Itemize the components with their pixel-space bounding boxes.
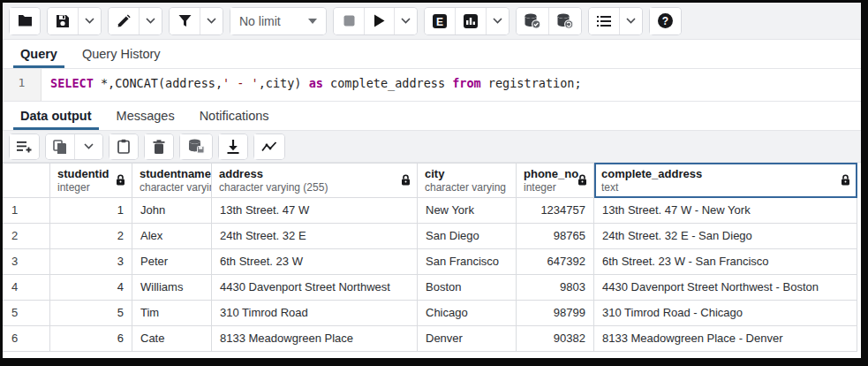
cell-studentid[interactable]: 3	[50, 249, 132, 275]
download-button[interactable]	[219, 134, 247, 159]
pgadmin-query-tool-window: No limit E	[0, 0, 868, 366]
cell-city[interactable]: San Diego	[418, 224, 517, 249]
select-all-corner[interactable]	[3, 163, 50, 198]
cell-address[interactable]: 6th Street. 23 W	[212, 249, 418, 275]
column-header-address[interactable]: address character varying (255)	[212, 163, 418, 198]
column-header-studentid[interactable]: studentid integer	[50, 163, 132, 198]
cell-phone-no[interactable]: 98765	[517, 224, 594, 249]
cell-phone-no[interactable]: 98799	[517, 301, 594, 326]
execute-play-icon	[374, 14, 385, 27]
sql-keyword: SELECT	[50, 76, 94, 90]
cell-complete-address[interactable]: 13th Street. 47 W - New York	[594, 198, 857, 224]
save-icon	[56, 14, 70, 28]
cell-phone-no[interactable]: 90382	[517, 326, 594, 352]
row-number-cell[interactable]: 5	[3, 301, 50, 326]
row-limit-select[interactable]: No limit	[230, 8, 326, 34]
cell-studentid[interactable]: 5	[50, 301, 132, 326]
lock-icon	[401, 174, 411, 186]
cell-complete-address[interactable]: 310 Timrod Road - Chicago	[594, 301, 857, 326]
sql-keyword: from	[452, 76, 481, 90]
edit-dropdown-button[interactable]	[139, 8, 162, 34]
cell-studentid[interactable]: 2	[50, 224, 132, 249]
copy-dropdown-button[interactable]	[74, 134, 102, 159]
cell-studentid[interactable]: 6	[50, 326, 132, 352]
column-header-city[interactable]: city character varying	[418, 163, 517, 198]
tab-query-history-label: Query History	[82, 47, 161, 61]
cancel-query-button[interactable]	[334, 8, 364, 34]
column-header-phone-no[interactable]: phone_no integer	[517, 163, 594, 198]
explain-button[interactable]: E	[425, 8, 455, 34]
add-row-button[interactable]	[10, 134, 39, 159]
lock-icon	[841, 174, 850, 186]
cell-studentname[interactable]: Williams	[132, 275, 212, 301]
cell-city[interactable]: San Francisco	[418, 249, 517, 275]
sql-code-line[interactable]: SELECT *,CONCAT(address,' - ',city) as c…	[42, 69, 582, 101]
column-header-studentname[interactable]: studentname character varying	[132, 163, 212, 198]
rollback-button[interactable]	[548, 8, 581, 34]
help-button[interactable]: ?	[650, 8, 681, 34]
svg-text:E: E	[436, 15, 443, 27]
row-number-cell[interactable]: 4	[3, 275, 50, 301]
tab-messages[interactable]: Messages	[104, 102, 187, 130]
cell-studentid[interactable]: 4	[50, 275, 132, 301]
row-number-cell[interactable]: 1	[3, 198, 50, 224]
cell-phone-no[interactable]: 9803	[517, 275, 594, 301]
delete-button[interactable]	[145, 134, 173, 159]
cell-city[interactable]: New York	[418, 198, 517, 224]
cell-studentname[interactable]: Peter	[132, 249, 212, 275]
edit-button[interactable]	[109, 8, 139, 34]
cell-studentname[interactable]: Alex	[132, 224, 212, 249]
cell-complete-address[interactable]: 6th Street. 23 W - San Francisco	[594, 249, 857, 275]
copy-button[interactable]	[46, 134, 74, 159]
cell-studentname[interactable]: John	[132, 198, 212, 224]
cell-address[interactable]: 4430 Davenport Street Northwest	[212, 275, 418, 301]
tab-query-history[interactable]: Query History	[70, 40, 173, 68]
column-header-complete-address[interactable]: complete_address text	[594, 163, 857, 198]
explain-analyze-button[interactable]	[455, 8, 486, 34]
cell-address[interactable]: 13th Street. 47 W	[212, 198, 418, 224]
macros-button[interactable]	[589, 8, 619, 34]
tab-data-output[interactable]: Data output	[8, 102, 104, 130]
save-button[interactable]	[48, 8, 78, 34]
filter-dropdown-button[interactable]	[200, 8, 223, 34]
cell-phone-no[interactable]: 1234757	[517, 198, 594, 224]
edit-pencil-icon	[117, 14, 131, 28]
tab-query[interactable]: Query	[8, 40, 70, 68]
macros-dropdown-button[interactable]	[619, 8, 642, 34]
column-type: character varying	[425, 181, 510, 194]
filter-button[interactable]	[170, 8, 200, 34]
sql-editor[interactable]: 1 SELECT *,CONCAT(address,' - ',city) as…	[3, 69, 861, 102]
commit-button[interactable]	[517, 8, 548, 34]
cell-complete-address[interactable]: 8133 Meadowgreen Place - Denver	[594, 326, 857, 352]
query-tabs: Query Query History	[3, 40, 861, 69]
cell-complete-address[interactable]: 24th Street. 32 E - San Diego	[594, 224, 857, 249]
explain-dropdown-button[interactable]	[486, 8, 509, 34]
cell-studentname[interactable]: Cate	[132, 326, 212, 352]
cell-city[interactable]: Chicago	[418, 301, 517, 326]
cell-city[interactable]: Denver	[418, 326, 517, 352]
tab-notifications[interactable]: Notifications	[187, 102, 282, 130]
execute-dropdown-button[interactable]	[394, 8, 417, 34]
caret-down-icon	[308, 19, 317, 24]
row-number-cell[interactable]: 2	[3, 224, 50, 249]
cell-studentid[interactable]: 1	[50, 198, 132, 224]
cell-phone-no[interactable]: 647392	[517, 249, 594, 275]
save-data-changes-button[interactable]	[180, 134, 212, 159]
cell-city[interactable]: Boston	[418, 275, 517, 301]
cell-address[interactable]: 24th Street. 32 E	[212, 224, 418, 249]
paste-button[interactable]	[109, 134, 138, 159]
open-file-button[interactable]	[10, 8, 40, 34]
save-dropdown-button[interactable]	[78, 8, 101, 34]
cell-studentname[interactable]: Tim	[132, 301, 212, 326]
row-limit-value: No limit	[239, 14, 281, 28]
data-output-toolbar	[3, 131, 861, 163]
column-name: address	[219, 167, 411, 180]
row-number-cell[interactable]: 3	[3, 249, 50, 275]
execute-query-button[interactable]	[364, 8, 394, 34]
cell-complete-address[interactable]: 4430 Davenport Street Northwest - Boston	[594, 275, 857, 301]
row-number-cell[interactable]: 6	[3, 326, 50, 352]
column-type: character varying	[140, 181, 206, 194]
cell-address[interactable]: 310 Timrod Road	[212, 301, 418, 326]
cell-address[interactable]: 8133 Meadowgreen Place	[212, 326, 418, 352]
graph-visualiser-button[interactable]	[254, 134, 284, 159]
